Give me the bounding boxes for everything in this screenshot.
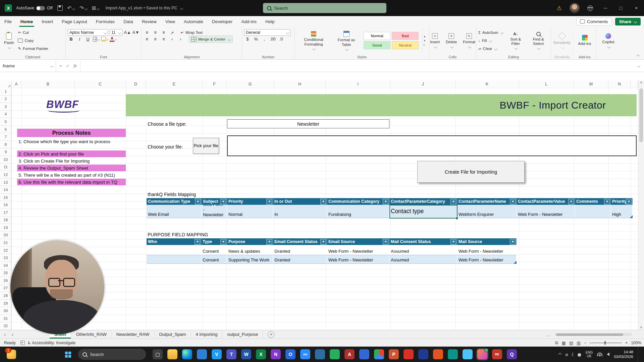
number-format-combobox[interactable]: General — [244, 29, 290, 36]
hidden-icons-chevron[interactable] — [558, 353, 561, 356]
align-left-button[interactable]: ≡ — [144, 36, 150, 43]
row-header-3[interactable]: 3 — [0, 103, 11, 111]
start-button[interactable] — [63, 350, 72, 359]
view-button-2[interactable]: ▤ — [569, 341, 573, 346]
sheet-tab-output-purpose[interactable]: output_Purpose — [222, 330, 263, 339]
zoom-in-button[interactable]: + — [625, 341, 628, 345]
font-name-combobox[interactable]: Aptos Narrow — [68, 29, 108, 36]
sky-app-icon[interactable] — [463, 349, 473, 359]
row-header-12[interactable]: 12 — [0, 171, 11, 179]
scroll-down-icon[interactable]: ▼ — [638, 326, 644, 329]
sort-filter-button[interactable]: A↓Sort & Filter — [505, 28, 526, 53]
orange-app-icon[interactable] — [433, 349, 443, 359]
conditional-formatting-button[interactable]: Conditional Formatting — [297, 28, 330, 53]
column-header-j[interactable]: J — [390, 80, 455, 88]
customize-qat-button[interactable]: ⊞ — [92, 5, 100, 11]
decrease-decimal-button[interactable]: .0 — [278, 36, 284, 43]
column-header-k[interactable]: K — [455, 80, 519, 88]
clear-button[interactable]: ▱Clear — [478, 45, 503, 52]
wrap-text-button[interactable]: ↵Wrap Text — [180, 29, 203, 36]
insert-cells-button[interactable]: +Insert — [428, 28, 442, 53]
onenote-icon[interactable]: N — [271, 349, 281, 359]
cell-style-good[interactable]: Good — [364, 41, 390, 49]
vertical-scroll-thumb[interactable] — [639, 88, 643, 142]
filter-button[interactable] — [266, 199, 272, 204]
filter-button[interactable] — [220, 199, 226, 204]
format-painter-button[interactable]: ✎Format Painter — [18, 45, 48, 52]
copilot-button[interactable]: Copilot — [600, 28, 616, 53]
teal-app-icon[interactable] — [448, 349, 458, 359]
sheet-tab-newsletter-raw[interactable]: Newsletter_RAW — [112, 330, 154, 339]
show-desktop-button[interactable] — [638, 347, 639, 362]
autosum-button[interactable]: ΣAutoSum — [478, 29, 503, 36]
row-header-1[interactable]: 1 — [0, 88, 11, 96]
formula-input[interactable] — [80, 60, 633, 72]
row-header-15[interactable]: 15 — [0, 194, 11, 201]
align-center-button[interactable]: ≡ — [152, 36, 159, 43]
row-header-5[interactable]: 5 — [0, 118, 11, 126]
access-app-icon[interactable]: A — [344, 349, 355, 359]
clock[interactable]: 14:48 03/03/2026 — [614, 350, 633, 359]
next-sheet-button[interactable]: › — [12, 331, 13, 337]
cut-button[interactable]: ✂Cut — [18, 29, 48, 36]
row-header-27[interactable]: 27 — [0, 285, 11, 292]
row-header-4[interactable]: 4 — [0, 111, 11, 118]
language-indicator[interactable]: ENGUK — [586, 351, 593, 358]
filter-button[interactable] — [450, 199, 456, 204]
blue-app-icon[interactable] — [359, 349, 369, 359]
sensitivity-button[interactable]: Sensitivity — [551, 28, 573, 53]
tray-icon-3[interactable]: ● — [577, 352, 581, 357]
filter-button[interactable] — [320, 239, 326, 245]
task-view-icon[interactable]: ▢ — [153, 349, 163, 359]
row-header-20[interactable]: 20 — [0, 232, 11, 239]
filter-button[interactable] — [195, 199, 201, 204]
comma-style-button[interactable]: , — [261, 36, 268, 43]
cell-style-neutral[interactable]: Neutral — [392, 41, 419, 49]
column-header-c[interactable]: C — [75, 80, 126, 88]
column-header-n[interactable]: N — [608, 80, 631, 88]
previous-sheet-button[interactable]: ‹ — [4, 331, 6, 337]
filter-button[interactable] — [383, 239, 388, 245]
filter-button[interactable] — [450, 239, 456, 245]
minimize-button[interactable]: ─ — [598, 0, 613, 16]
paste-button[interactable]: Paste — [2, 28, 16, 53]
create-file-button[interactable]: Create File for Importing — [417, 161, 525, 183]
row-header-14[interactable]: 14 — [0, 186, 11, 194]
column-header-partial[interactable] — [631, 80, 638, 88]
account-avatar[interactable] — [567, 0, 582, 16]
column-header-f[interactable]: F — [203, 80, 226, 88]
increase-font-button[interactable]: A▲ — [124, 29, 131, 36]
row-header-9[interactable]: 9 — [0, 148, 11, 156]
file-explorer-icon[interactable] — [167, 349, 177, 359]
row-header-30[interactable]: 30 — [0, 307, 11, 315]
find-select-button[interactable]: Find & Select — [528, 28, 549, 53]
sheet-tab-options[interactable]: … — [546, 330, 551, 339]
ribbon-tab-automate[interactable]: Automate — [179, 16, 208, 27]
widgets-icon[interactable]: 1 — [7, 350, 16, 359]
filter-button[interactable] — [510, 199, 516, 204]
ribbon-tab-file[interactable]: File — [0, 16, 16, 27]
document-title[interactable]: Import App_v1.xlsm • Saved to this PC — [105, 6, 182, 10]
ribbon-tab-review[interactable]: Review — [138, 16, 161, 27]
row-header-8[interactable]: 8 — [0, 141, 11, 148]
row-header-2[interactable]: 2 — [0, 96, 11, 103]
column-header-e[interactable]: E — [146, 80, 203, 88]
row-header-18[interactable]: 18 — [0, 217, 11, 224]
pick-file-button[interactable]: Pick your file — [193, 138, 219, 154]
cell-style-bad[interactable]: Bad — [392, 32, 419, 40]
zoom-slider[interactable] — [590, 343, 622, 343]
re-app-icon[interactable]: RE — [492, 349, 502, 359]
horizontal-scroll-thumb[interactable] — [556, 334, 623, 336]
gallery-more-button[interactable]: ≡ — [423, 44, 426, 47]
ribbon-tab-add-ins[interactable]: Add-ins — [237, 16, 261, 27]
increase-decimal-button[interactable]: .00 — [269, 36, 276, 43]
borders-button[interactable] — [93, 36, 100, 43]
ribbon-tab-home[interactable]: Home — [16, 16, 38, 27]
gallery-down-button[interactable]: ▼ — [423, 39, 426, 42]
align-bottom-button[interactable]: ≡ — [160, 29, 167, 36]
fill-handle[interactable] — [455, 217, 458, 220]
navy-app-icon[interactable] — [418, 349, 428, 359]
decrease-indent-button[interactable]: ‹ — [169, 36, 175, 43]
filter-button[interactable] — [568, 199, 574, 204]
row-header-23[interactable]: 23 — [0, 254, 11, 262]
